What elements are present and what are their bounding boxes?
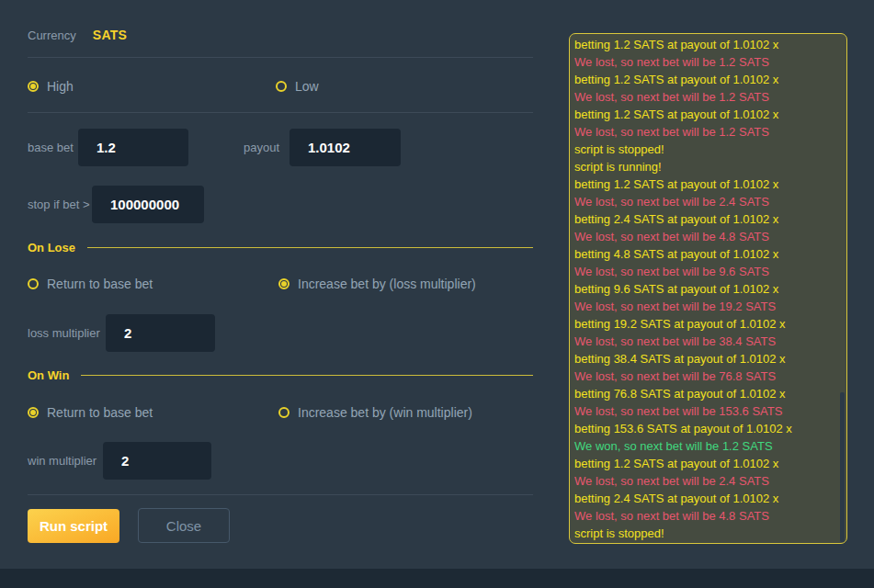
log-line: betting 1.2 SATS at payout of 1.0102 x [574, 36, 846, 53]
payout-input[interactable] [289, 129, 401, 166]
divider [28, 112, 533, 113]
stop-if-bet-row: stop if bet > [28, 186, 204, 223]
radio-lose-return-to-base[interactable]: Return to base bet [28, 277, 153, 291]
log-line: betting 1.2 SATS at payout of 1.0102 x [574, 455, 846, 472]
log-line: We lost, so next bet will be 1.2 SATS [574, 88, 846, 106]
radio-high-label: High [47, 79, 74, 94]
log-line: We lost, so next bet will be 19.2 SATS [574, 298, 846, 315]
payout-label: payout [244, 141, 289, 154]
on-lose-title: On Lose [28, 241, 75, 254]
win-multiplier-input[interactable] [103, 442, 211, 480]
currency-value[interactable]: SATS [93, 28, 128, 42]
log-line: We won, so next bet will be 1.2 SATS [574, 437, 846, 455]
radio-icon [276, 81, 287, 92]
close-button[interactable]: Close [138, 508, 230, 543]
log-line: betting 1.2 SATS at payout of 1.0102 x [574, 175, 846, 193]
section-line [81, 375, 533, 376]
divider [28, 494, 533, 495]
win-multiplier-label: win multiplier [28, 454, 103, 468]
log-line: betting 9.6 SATS at payout of 1.0102 x [574, 280, 846, 298]
loss-multiplier-row: loss multiplier [28, 314, 215, 352]
radio-win-increase-bet[interactable]: Increase bet by (win multiplier) [278, 405, 472, 420]
log-line: betting 4.8 SATS at payout of 1.0102 x [574, 245, 846, 263]
log-line: betting 19.2 SATS at payout of 1.0102 x [574, 315, 846, 333]
run-script-button[interactable]: Run script [28, 509, 119, 543]
log-line: We lost, so next bet will be 76.8 SATS [574, 368, 846, 385]
log-line: script is stopped! [574, 525, 846, 542]
log-line: We lost, so next bet will be 38.4 SATS [574, 333, 846, 350]
radio-high[interactable]: High [28, 79, 74, 94]
log-line: We lost, so next bet will be 1.2 SATS [574, 53, 846, 71]
log-line: betting 153.6 SATS at payout of 1.0102 x [574, 420, 846, 437]
win-multiplier-row: win multiplier [28, 442, 211, 480]
radio-low[interactable]: Low [276, 79, 319, 94]
stop-if-bet-input[interactable] [92, 186, 204, 223]
radio-win-return-to-base[interactable]: Return to base bet [28, 405, 153, 420]
radio-icon [28, 81, 39, 92]
divider [28, 57, 533, 58]
log-line: We lost, so next bet will be 1.2 SATS [574, 123, 846, 141]
base-bet-input[interactable] [78, 129, 188, 166]
log-line: betting 38.4 SATS at payout of 1.0102 x [574, 350, 846, 368]
loss-multiplier-input[interactable] [106, 314, 215, 352]
log-line: We lost, so next bet will be 2.4 SATS [574, 193, 846, 210]
console-scrollbar-thumb[interactable] [840, 392, 845, 542]
section-line [87, 247, 533, 248]
log-line: betting 2.4 SATS at payout of 1.0102 x [574, 210, 846, 228]
log-line: betting 76.8 SATS at payout of 1.0102 x [574, 385, 846, 402]
currency-label: Currency [28, 28, 76, 42]
footer-strip [0, 569, 874, 588]
on-lose-radio-group: Return to base bet Increase bet by (loss… [28, 276, 533, 292]
log-line: betting 1.2 SATS at payout of 1.0102 x [574, 71, 846, 88]
log-line: We lost, so next bet will be 2.4 SATS [574, 472, 846, 490]
radio-icon [278, 278, 289, 289]
on-lose-section-header: On Lose [28, 241, 533, 254]
log-line: We lost, so next bet will be 4.8 SATS [574, 228, 846, 245]
log-line: script is running! [574, 158, 846, 175]
console-log[interactable]: betting 1.2 SATS at payout of 1.0102 xWe… [569, 33, 847, 544]
log-line: betting 2.4 SATS at payout of 1.0102 x [574, 490, 846, 507]
radio-win-return-label: Return to base bet [47, 405, 153, 420]
radio-lose-increase-bet[interactable]: Increase bet by (loss multiplier) [278, 277, 476, 291]
stop-if-bet-label: stop if bet > [28, 198, 92, 211]
script-settings-dialog: Currency SATS High Low base bet payout s… [0, 0, 874, 588]
radio-icon [28, 407, 39, 418]
radio-low-label: Low [295, 79, 319, 94]
direction-radio-group: High Low [28, 78, 533, 95]
log-line: We lost, so next bet will be 9.6 SATS [574, 263, 846, 280]
base-bet-label: base bet [28, 141, 78, 154]
radio-icon [278, 407, 289, 418]
radio-win-increase-label: Increase bet by (win multiplier) [298, 405, 472, 420]
log-line: We lost, so next bet will be 4.8 SATS [574, 507, 846, 525]
base-bet-row: base bet payout [28, 129, 401, 166]
on-win-section-header: On Win [28, 368, 533, 382]
log-line: We lost, so next bet will be 153.6 SATS [574, 402, 846, 420]
log-line: script is stopped! [574, 141, 846, 158]
on-win-title: On Win [28, 368, 69, 382]
loss-multiplier-label: loss multiplier [28, 326, 106, 340]
currency-row: Currency SATS [28, 28, 127, 42]
log-line: betting 1.2 SATS at payout of 1.0102 x [574, 106, 846, 123]
radio-lose-return-label: Return to base bet [47, 277, 153, 291]
radio-icon [28, 278, 39, 289]
on-win-radio-group: Return to base bet Increase bet by (win … [28, 404, 533, 421]
radio-lose-increase-label: Increase bet by (loss multiplier) [298, 277, 476, 291]
